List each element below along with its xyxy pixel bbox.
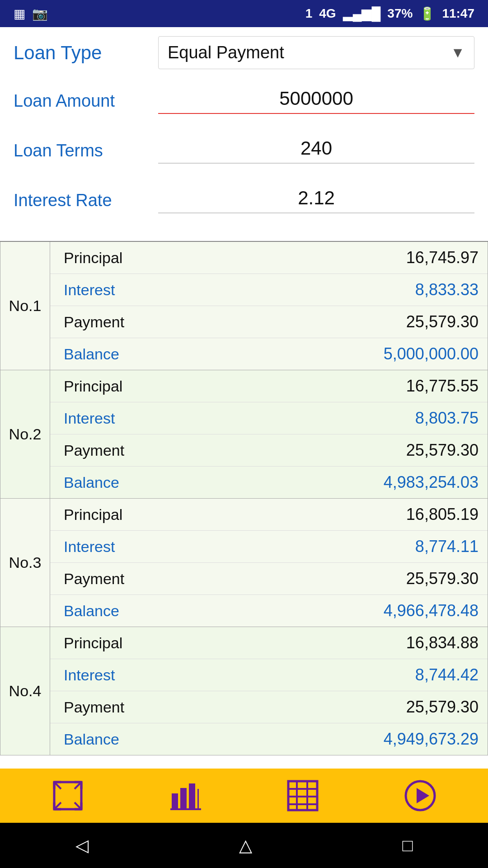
interest-line-4: Interest 8,744.42 (50, 659, 488, 691)
table-button[interactable] (282, 775, 323, 816)
table-icon (287, 780, 319, 811)
main-content: Loan Type Equal Payment ▼ Loan Amount 50… (0, 27, 488, 769)
dropdown-arrow-icon: ▼ (450, 44, 465, 61)
balance-line-1: Balance 5,000,000.00 (50, 338, 488, 370)
recent-apps-button[interactable]: □ (403, 836, 413, 855)
row-details-3: Principal 16,805.19 Interest 8,774.11 Pa… (50, 499, 488, 627)
interest-amount: 8,833.33 (415, 280, 479, 299)
loan-type-label: Loan Type (14, 42, 158, 64)
principal-label: Principal (64, 506, 122, 524)
row-number-4: No.4 (0, 627, 50, 755)
row-number-1: No.1 (0, 242, 50, 370)
loan-terms-container[interactable]: 240 (158, 137, 474, 164)
status-right: 1 4G ▂▄▆█ 37% 🔋 11:47 (305, 6, 474, 21)
status-bar: ▦ 📷 1 4G ▂▄▆█ 37% 🔋 11:47 (0, 0, 488, 27)
interest-line-3: Interest 8,774.11 (50, 531, 488, 563)
sim-icon: ▦ (14, 6, 25, 21)
balance-amount: 4,983,254.03 (384, 473, 479, 492)
payment-line-3: Payment 25,579.30 (50, 563, 488, 595)
interest-rate-row: Interest Rate 2.12 (14, 182, 474, 218)
principal-amount: 16,745.97 (406, 248, 479, 267)
table-row: No.4 Principal 16,834.88 Interest 8,744.… (0, 627, 488, 755)
payment-amount: 25,579.30 (406, 698, 479, 717)
bottom-nav (0, 769, 488, 823)
row-details-4: Principal 16,834.88 Interest 8,744.42 Pa… (50, 627, 488, 755)
image-icon: 📷 (32, 6, 48, 21)
payment-table: No.1 Principal 16,745.97 Interest 8,833.… (0, 241, 488, 755)
interest-amount: 8,744.42 (415, 665, 479, 684)
row-details-2: Principal 16,775.55 Interest 8,803.75 Pa… (50, 370, 488, 498)
payment-amount: 25,579.30 (406, 441, 479, 460)
balance-line-3: Balance 4,966,478.48 (50, 595, 488, 627)
balance-amount: 5,000,000.00 (384, 344, 479, 363)
loan-type-row: Loan Type Equal Payment ▼ (0, 27, 488, 74)
payment-line-2: Payment 25,579.30 (50, 434, 488, 467)
payment-amount: 25,579.30 (406, 312, 479, 331)
balance-line-4: Balance 4,949,673.29 (50, 723, 488, 755)
sim-number: 1 (305, 6, 313, 21)
balance-label: Balance (64, 345, 119, 363)
principal-label: Principal (64, 249, 122, 267)
row-number-3: No.3 (0, 499, 50, 627)
svg-marker-25 (417, 788, 429, 803)
loan-type-value: Equal Payment (168, 43, 284, 62)
bar-chart-icon (169, 780, 201, 811)
principal-label: Principal (64, 634, 122, 652)
principal-line-3: Principal 16,805.19 (50, 499, 488, 531)
back-button[interactable]: ◁ (75, 835, 89, 855)
loan-amount-label: Loan Amount (14, 91, 158, 111)
loan-terms-row: Loan Terms 240 (14, 132, 474, 169)
input-section: Loan Amount 5000000 Loan Terms 240 Inter… (0, 74, 488, 241)
loan-terms-value: 240 (158, 137, 474, 159)
loan-type-dropdown[interactable]: Equal Payment ▼ (158, 36, 474, 69)
play-button[interactable] (400, 775, 441, 816)
loan-amount-container[interactable]: 5000000 (158, 88, 474, 114)
principal-label: Principal (64, 377, 122, 395)
chart-button[interactable] (165, 775, 206, 816)
interest-rate-label: Interest Rate (14, 191, 158, 210)
battery-icon: 🔋 (419, 6, 435, 21)
interest-label: Interest (64, 281, 115, 299)
expand-button[interactable] (47, 775, 88, 816)
interest-rate-container[interactable]: 2.12 (158, 187, 474, 213)
payment-label: Payment (64, 698, 124, 716)
interest-label: Interest (64, 538, 115, 556)
android-nav-bar: ◁ △ □ (0, 823, 488, 868)
interest-label: Interest (64, 666, 115, 684)
svg-rect-15 (189, 783, 195, 809)
interest-label: Interest (64, 410, 115, 427)
interest-amount: 8,774.11 (415, 537, 479, 556)
principal-line-1: Principal 16,745.97 (50, 242, 488, 274)
payment-label: Payment (64, 442, 124, 459)
svg-rect-14 (180, 788, 187, 809)
table-row: No.3 Principal 16,805.19 Interest 8,774.… (0, 499, 488, 627)
payment-amount: 25,579.30 (406, 569, 479, 588)
play-icon (404, 780, 436, 811)
principal-amount: 16,834.88 (406, 633, 479, 652)
interest-line-2: Interest 8,803.75 (50, 402, 488, 434)
status-left: ▦ 📷 (14, 6, 48, 21)
payment-line-1: Payment 25,579.30 (50, 306, 488, 338)
row-details-1: Principal 16,745.97 Interest 8,833.33 Pa… (50, 242, 488, 370)
network-type: 4G (319, 6, 336, 21)
battery-level: 37% (387, 6, 413, 21)
signal-bars: ▂▄▆█ (343, 6, 381, 21)
loan-amount-value: 5000000 (158, 88, 474, 109)
svg-rect-13 (172, 793, 178, 809)
payment-label: Payment (64, 570, 124, 588)
principal-line-4: Principal 16,834.88 (50, 627, 488, 659)
balance-line-2: Balance 4,983,254.03 (50, 467, 488, 498)
svg-rect-16 (197, 789, 199, 809)
loan-terms-label: Loan Terms (14, 141, 158, 160)
table-row: No.1 Principal 16,745.97 Interest 8,833.… (0, 242, 488, 370)
balance-label: Balance (64, 474, 119, 491)
interest-rate-value: 2.12 (158, 187, 474, 209)
principal-amount: 16,775.55 (406, 377, 479, 396)
interest-line-1: Interest 8,833.33 (50, 274, 488, 306)
balance-label: Balance (64, 731, 119, 748)
payment-line-4: Payment 25,579.30 (50, 691, 488, 723)
loan-amount-row: Loan Amount 5000000 (14, 83, 474, 119)
principal-amount: 16,805.19 (406, 505, 479, 524)
table-row: No.2 Principal 16,775.55 Interest 8,803.… (0, 370, 488, 499)
home-button[interactable]: △ (239, 835, 252, 855)
